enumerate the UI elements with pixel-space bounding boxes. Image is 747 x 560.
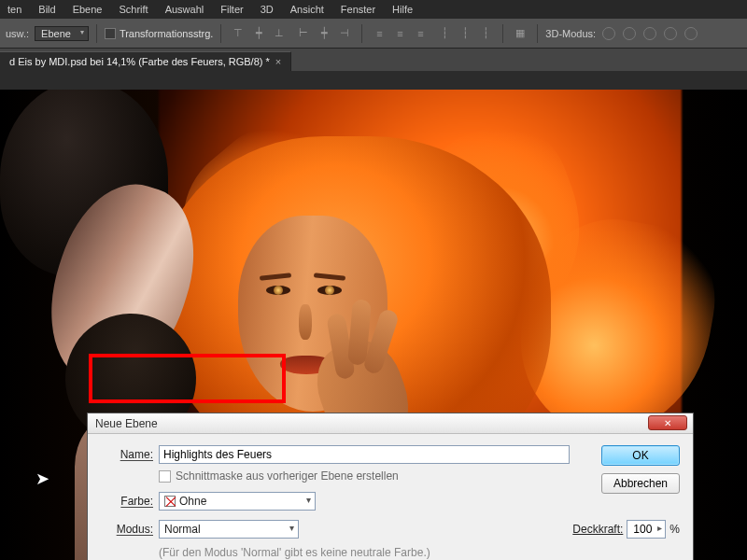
separator: [537, 24, 538, 43]
neutral-note-label: (Für den Modus 'Normal' gibt es keine ne…: [159, 546, 430, 559]
distribute-bottom-icon[interactable]: ≡: [411, 25, 430, 42]
3d-drag-icon[interactable]: [643, 27, 656, 40]
layer-name-input[interactable]: [159, 445, 570, 464]
align-vcenter-icon[interactable]: ┿: [249, 25, 268, 42]
opacity-unit: %: [669, 523, 680, 536]
menu-bar: ten Bild Ebene Schrift Auswahl Filter 3D…: [0, 0, 747, 19]
menu-item[interactable]: Auswahl: [165, 4, 204, 15]
transform-controls-checkbox[interactable]: Transformationsstrg.: [105, 28, 213, 39]
blend-mode-dropdown[interactable]: Normal: [159, 520, 299, 539]
distribute-group-2: ┆ ┆ ┆: [435, 25, 495, 42]
neutral-color-checkbox: (Für den Modus 'Normal' gibt es keine ne…: [159, 546, 680, 559]
name-label: Name:: [101, 448, 153, 461]
separator: [361, 24, 362, 43]
document-tab[interactable]: d Eis by MDI.psd bei 14,1% (Farbe des Fe…: [0, 51, 291, 71]
document-tab-bar: d Eis by MDI.psd bei 14,1% (Farbe des Fe…: [0, 49, 747, 71]
align-hcenter-icon[interactable]: ┿: [315, 25, 333, 42]
opacity-input[interactable]: [627, 520, 666, 539]
separator: [220, 24, 221, 43]
dialog-buttons: OK Abbrechen: [601, 445, 680, 494]
dialog-body: Name: Schnittmaske aus vorheriger Ebene …: [88, 434, 693, 560]
options-label: usw.:: [6, 28, 29, 39]
mode-value: Normal: [164, 523, 201, 536]
align-group-1: ⊤ ┿ ⊥: [229, 25, 289, 42]
distribute-top-icon[interactable]: ≡: [370, 25, 388, 42]
menu-item[interactable]: 3D: [261, 4, 274, 15]
align-left-icon[interactable]: ⊢: [294, 25, 313, 42]
align-bottom-icon[interactable]: ⊥: [270, 25, 289, 42]
color-dropdown[interactable]: Ohne: [159, 492, 316, 511]
close-icon: ✕: [664, 418, 671, 428]
none-swatch-icon: [164, 496, 176, 507]
iris: [325, 286, 334, 295]
3d-slide-icon[interactable]: [664, 27, 677, 40]
dialog-title: Neue Ebene: [95, 417, 158, 430]
checkbox-icon: [105, 28, 116, 39]
menu-item[interactable]: Hilfe: [392, 4, 413, 15]
mode3d-label: 3D-Modus:: [545, 28, 596, 39]
nose: [299, 304, 312, 340]
3d-scale-icon[interactable]: [684, 27, 698, 40]
clipping-mask-label: Schnittmaske aus vorheriger Ebene erstel…: [176, 469, 399, 483]
align-group-2: ⊢ ┿ ⊣: [294, 25, 354, 42]
opacity-input-wrap: [627, 520, 666, 539]
color-label: Farbe:: [101, 495, 153, 508]
menu-item[interactable]: Filter: [220, 4, 243, 15]
menu-item[interactable]: Bild: [38, 4, 55, 15]
distribute-hcenter-icon[interactable]: ┆: [456, 25, 474, 42]
distribute-group-1: ≡ ≡ ≡: [370, 25, 430, 42]
auto-select-dropdown[interactable]: Ebene: [35, 26, 89, 41]
menu-item[interactable]: Schrift: [119, 4, 148, 15]
distribute-left-icon[interactable]: ┆: [435, 25, 454, 42]
close-tab-icon[interactable]: ×: [275, 56, 281, 67]
auto-align-icon[interactable]: ▦: [511, 25, 529, 42]
opacity-label: Deckkraft:: [572, 523, 623, 536]
cancel-button[interactable]: Abbrechen: [601, 473, 680, 494]
menu-item[interactable]: Fenster: [341, 4, 375, 15]
separator: [502, 24, 503, 43]
separator: [96, 24, 97, 43]
3d-roll-icon[interactable]: [623, 27, 636, 40]
mode-label: Modus:: [101, 523, 153, 536]
menu-item[interactable]: ten: [7, 4, 21, 15]
menu-item[interactable]: Ansicht: [290, 4, 324, 15]
canvas-area: ➤ Neue Ebene ✕ Name: Schnittmaske aus vo…: [0, 71, 747, 560]
options-bar: usw.: Ebene Transformationsstrg. ⊤ ┿ ⊥ ⊢…: [0, 19, 747, 49]
3d-rotate-icon[interactable]: [602, 27, 615, 40]
checkbox-icon: [159, 470, 171, 483]
ok-button[interactable]: OK: [601, 445, 680, 466]
distribute-vcenter-icon[interactable]: ≡: [390, 25, 409, 42]
dialog-titlebar[interactable]: Neue Ebene ✕: [88, 413, 693, 434]
align-top-icon[interactable]: ⊤: [229, 25, 247, 42]
menu-item[interactable]: Ebene: [73, 4, 103, 15]
document-tab-title: d Eis by MDI.psd bei 14,1% (Farbe des Fe…: [9, 56, 270, 67]
align-right-icon[interactable]: ⊣: [335, 25, 354, 42]
color-value: Ohne: [179, 495, 206, 508]
checkbox-label: Transformationsstrg.: [120, 28, 213, 39]
new-layer-dialog: Neue Ebene ✕ Name: Schnittmaske aus vorh…: [87, 413, 694, 560]
dialog-close-button[interactable]: ✕: [648, 415, 687, 430]
distribute-right-icon[interactable]: ┆: [476, 25, 495, 42]
iris: [274, 286, 283, 295]
